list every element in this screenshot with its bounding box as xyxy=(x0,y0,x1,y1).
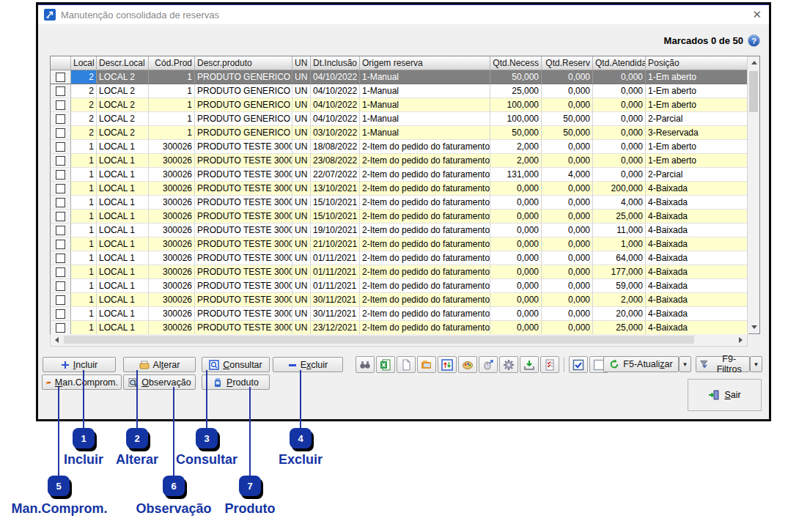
grid-cell[interactable]: LOCAL 2 xyxy=(97,98,149,112)
grid-cell[interactable]: 2-Item do pedido do faturamento xyxy=(360,293,490,307)
grid-cell[interactable]: 200,000 xyxy=(593,182,646,196)
grid-cell[interactable]: 50,000 xyxy=(490,70,542,84)
grid-cell[interactable]: UN xyxy=(292,182,311,196)
grid-cell[interactable]: LOCAL 2 xyxy=(97,112,149,126)
grid-cell[interactable]: 2-Item do pedido do faturamento xyxy=(360,154,490,168)
row-checkbox[interactable] xyxy=(56,170,65,180)
grid-cell[interactable]: 0,000 xyxy=(542,293,593,307)
table-row[interactable]: 2LOCAL 21PRODUTO GENERICOUN04/10/20221-M… xyxy=(51,112,748,126)
grid-cell[interactable]: 0,000 xyxy=(490,223,542,237)
grid-cell[interactable]: 4-Baixada xyxy=(646,182,748,196)
grid-cell[interactable]: 1 xyxy=(71,182,97,196)
grid-cell[interactable]: 04/10/2022 xyxy=(311,70,360,84)
help-icon[interactable]: ? xyxy=(748,34,760,47)
grid-cell[interactable]: 2 xyxy=(71,70,97,84)
grid-cell[interactable]: LOCAL 1 xyxy=(97,251,149,265)
grid-cell[interactable]: 2,000 xyxy=(593,293,646,307)
grid-cell[interactable]: UN xyxy=(292,237,311,251)
grid-cell[interactable]: 4-Baixada xyxy=(646,307,748,321)
grid-cell[interactable]: 0,000 xyxy=(542,223,593,237)
grid-cell[interactable]: 0,000 xyxy=(542,265,593,279)
column-header[interactable]: Origem reserva xyxy=(360,56,490,70)
f9-filters-button[interactable]: F9-Filtros xyxy=(696,356,750,372)
grid-cell[interactable]: 1 xyxy=(149,84,195,98)
grid-cell[interactable]: PRODUTO TESTE 300026 xyxy=(195,140,292,154)
table-row[interactable]: 1LOCAL 1300026PRODUTO TESTE 300026UN21/1… xyxy=(51,237,748,251)
grid-cell[interactable]: UN xyxy=(292,210,311,223)
grid-cell[interactable]: UN xyxy=(292,140,311,154)
grid-cell[interactable]: 1-Em aberto xyxy=(646,154,748,168)
palette-button[interactable] xyxy=(458,356,477,373)
grid-cell[interactable]: 1 xyxy=(149,98,195,112)
grid-cell[interactable]: 2-Item do pedido do faturamento xyxy=(360,307,490,321)
grid-cell[interactable]: 300026 xyxy=(149,223,195,237)
grid-cell[interactable]: 2-Item do pedido do faturamento xyxy=(360,251,490,265)
grid-cell[interactable]: 0,000 xyxy=(542,182,593,196)
grid-cell[interactable]: 2-Item do pedido do faturamento xyxy=(360,223,490,237)
grid-cell[interactable]: 300026 xyxy=(149,265,195,279)
grid-cell[interactable]: 1-Manual xyxy=(360,70,490,84)
grid-cell[interactable]: 0,000 xyxy=(542,307,593,321)
grid-cell[interactable]: LOCAL 1 xyxy=(97,279,149,293)
grid-cell[interactable]: 2-Item do pedido do faturamento xyxy=(360,210,490,223)
row-checkbox-cell[interactable] xyxy=(51,321,71,335)
grid-cell[interactable]: UN xyxy=(292,168,311,182)
grid-cell[interactable]: 21/10/2021 xyxy=(311,237,360,251)
grid-cell[interactable]: 59,000 xyxy=(593,279,646,293)
grid-cell[interactable]: 0,000 xyxy=(542,237,593,251)
grid-cell[interactable]: 4-Baixada xyxy=(646,251,748,265)
row-checkbox-cell[interactable] xyxy=(51,70,71,84)
horizontal-scroll-thumb[interactable] xyxy=(64,336,694,344)
row-checkbox-cell[interactable] xyxy=(51,98,71,112)
table-row[interactable]: 1LOCAL 1300026PRODUTO TESTE 300026UN22/0… xyxy=(51,168,748,182)
grid-cell[interactable]: 30/11/2021 xyxy=(311,293,360,307)
grid-cell[interactable]: LOCAL 1 xyxy=(97,154,149,168)
table-row[interactable]: 1LOCAL 1300026PRODUTO TESTE 300026UN15/1… xyxy=(51,196,748,210)
grid-cell[interactable]: PRODUTO TESTE 300026 xyxy=(195,210,292,223)
grid-cell[interactable]: 04/10/2022 xyxy=(311,112,360,126)
close-icon[interactable]: ✕ xyxy=(752,8,762,21)
grid-cell[interactable]: 0,000 xyxy=(593,84,646,98)
grid-cell[interactable]: 3-Reservada xyxy=(646,126,748,140)
grid-cell[interactable]: LOCAL 1 xyxy=(97,223,149,237)
grid-cell[interactable]: 1-Em aberto xyxy=(646,140,748,154)
grid-cell[interactable]: LOCAL 1 xyxy=(97,293,149,307)
grid-cell[interactable]: 300026 xyxy=(149,196,195,210)
grid-cell[interactable]: 15/10/2021 xyxy=(311,210,360,223)
table-row[interactable]: 1LOCAL 1300026PRODUTO TESTE 300026UN01/1… xyxy=(51,265,748,279)
grid-cell[interactable]: 50,000 xyxy=(490,126,542,140)
grid-cell[interactable]: PRODUTO TESTE 300026 xyxy=(195,196,292,210)
vertical-scrollbar[interactable] xyxy=(747,56,759,333)
grid-cell[interactable]: PRODUTO GENERICO xyxy=(195,70,292,84)
row-checkbox-cell[interactable] xyxy=(51,140,71,154)
grid-cell[interactable]: 1 xyxy=(71,140,97,154)
observacao-button[interactable]: Observação xyxy=(123,374,196,390)
grid-cell[interactable]: 0,000 xyxy=(490,265,542,279)
row-checkbox-cell[interactable] xyxy=(51,112,71,126)
man-comprom-button[interactable]: Man.Comprom. xyxy=(42,374,122,390)
scroll-up-icon[interactable] xyxy=(751,61,757,64)
f5-refresh-button[interactable]: F5-Atualizar xyxy=(603,356,679,372)
grid-cell[interactable]: PRODUTO TESTE 300026 xyxy=(195,265,292,279)
grid-cell[interactable]: 2 xyxy=(71,98,97,112)
row-checkbox-cell[interactable] xyxy=(51,223,71,237)
grid-cell[interactable]: 01/11/2021 xyxy=(311,251,360,265)
grid-cell[interactable]: PRODUTO TESTE 300026 xyxy=(195,154,292,168)
grid-cell[interactable]: 03/10/2022 xyxy=(311,126,360,140)
row-checkbox[interactable] xyxy=(56,86,65,96)
grid-cell[interactable]: 0,000 xyxy=(593,140,646,154)
grid-cell[interactable]: 2,000 xyxy=(490,140,542,154)
row-checkbox-cell[interactable] xyxy=(51,126,71,140)
grid-cell[interactable]: 1 xyxy=(71,237,97,251)
row-checkbox[interactable] xyxy=(56,128,65,138)
grid-cell[interactable]: 1 xyxy=(149,126,195,140)
grid-cell[interactable]: 0,000 xyxy=(593,98,646,112)
grid-cell[interactable]: 2 xyxy=(71,84,97,98)
grid-cell[interactable]: 04/10/2022 xyxy=(311,98,360,112)
row-checkbox[interactable] xyxy=(56,323,65,333)
row-checkbox-cell[interactable] xyxy=(51,307,71,321)
row-checkbox-cell[interactable] xyxy=(51,279,71,293)
grid-cell[interactable]: LOCAL 1 xyxy=(97,210,149,223)
grid-cell[interactable]: 1-Em aberto xyxy=(646,84,748,98)
grid-cell[interactable]: 2-Parcial xyxy=(646,112,748,126)
